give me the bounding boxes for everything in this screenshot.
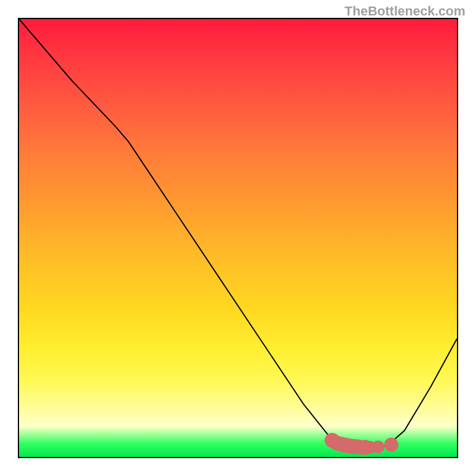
curve-svg — [19, 19, 457, 457]
chart-container: TheBottleneck.com — [0, 0, 476, 476]
bottleneck-curve — [19, 19, 457, 447]
marker-group — [325, 433, 399, 455]
marker-dot — [384, 438, 399, 452]
watermark-label: TheBottleneck.com — [345, 4, 465, 19]
marker-dot — [372, 441, 384, 453]
chart-frame — [18, 18, 458, 458]
